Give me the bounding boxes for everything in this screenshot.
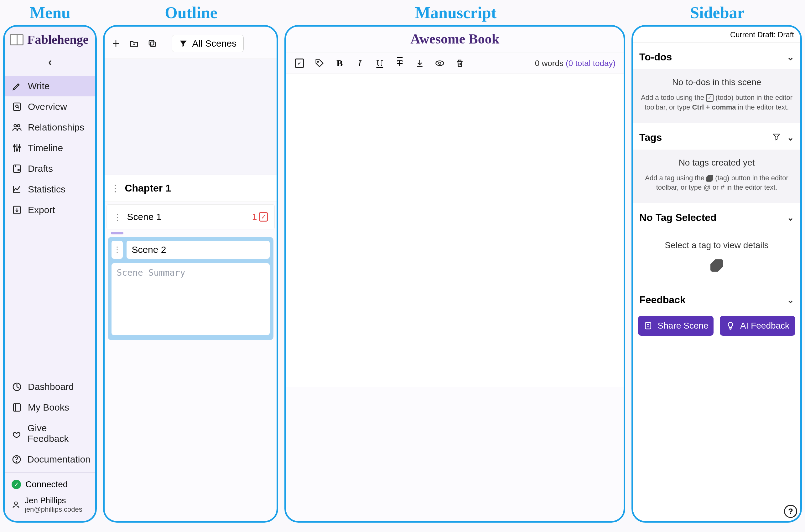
- new-folder-button[interactable]: [129, 38, 139, 49]
- nav-documentation[interactable]: Documentation: [5, 449, 95, 470]
- share-icon: [643, 321, 653, 330]
- pen-icon: [12, 81, 22, 91]
- nav-write[interactable]: Write: [5, 76, 95, 96]
- chevron-down-icon[interactable]: ⌄: [787, 132, 794, 143]
- underline-button[interactable]: U: [374, 58, 385, 69]
- chapter-row[interactable]: ⋮ Chapter 1: [105, 175, 277, 202]
- nav-label: Export: [28, 205, 55, 215]
- brand-logo-icon: [10, 34, 23, 45]
- scene-progress-bar: [111, 232, 123, 234]
- status-label: Connected: [25, 479, 68, 490]
- tags-section-header[interactable]: Tags ⌄: [633, 123, 800, 150]
- button-label: AI Feedback: [740, 321, 789, 331]
- svg-point-16: [317, 61, 318, 62]
- current-draft-label[interactable]: Current Draft: Draft: [633, 26, 800, 42]
- nav-label: Write: [28, 81, 50, 91]
- add-button[interactable]: [111, 38, 121, 49]
- dashboard-icon: [12, 381, 22, 392]
- ai-feedback-button[interactable]: AI Feedback: [720, 316, 795, 336]
- preview-button[interactable]: [435, 58, 445, 69]
- button-label: Share Scene: [658, 321, 709, 331]
- user-email: jen@phillips.codes: [25, 506, 83, 514]
- svg-point-3: [17, 125, 20, 127]
- notag-text: Select a tag to view details: [639, 240, 794, 250]
- notag-section-header[interactable]: No Tag Selected ⌄: [633, 203, 800, 230]
- section-title: No Tag Selected: [639, 212, 717, 224]
- filter-scenes-button[interactable]: All Scenes: [172, 35, 244, 52]
- connection-status: ✓ Connected: [5, 475, 95, 494]
- tags-empty: No tags created yet Add a tag using the …: [633, 150, 800, 204]
- back-button[interactable]: ‹: [48, 56, 52, 69]
- svg-rect-0: [14, 103, 20, 111]
- nav-label: Documentation: [27, 454, 91, 465]
- word-count: 0 words (0 total today): [535, 58, 616, 68]
- tags-help-text: Add a tag using the (tag) button in the …: [641, 173, 793, 193]
- bold-button[interactable]: B: [334, 58, 345, 69]
- feedback-section-header[interactable]: Feedback ⌄: [633, 285, 800, 312]
- help-button[interactable]: ?: [784, 505, 797, 518]
- outline-empty-area: [105, 59, 277, 175]
- delete-button[interactable]: [455, 58, 465, 69]
- svg-point-18: [439, 62, 441, 64]
- download-button[interactable]: [415, 58, 425, 69]
- todo-button[interactable]: ✓: [294, 58, 305, 69]
- tags-empty-title: No tags created yet: [641, 158, 793, 168]
- nav-label: My Books: [28, 402, 69, 413]
- todos-section-header[interactable]: To-dos ⌄: [633, 42, 800, 69]
- scene-title-input[interactable]: [127, 241, 270, 259]
- outline-panel: All Scenes ⋮ Chapter 1 ⋮ Scene 1 1 ✓ ⋮: [103, 25, 278, 522]
- drafts-icon: [12, 163, 22, 174]
- share-scene-button[interactable]: Share Scene: [638, 316, 714, 336]
- nav-label: Give Feedback: [28, 423, 89, 444]
- drag-handle-icon[interactable]: ⋮: [113, 212, 122, 222]
- export-icon: [12, 205, 22, 215]
- todo-icon: ✓: [706, 94, 714, 102]
- scene-summary-input[interactable]: [111, 263, 270, 335]
- overview-icon: [12, 101, 22, 112]
- todos-empty-title: No to-dos in this scene: [641, 77, 793, 87]
- nav-relationships[interactable]: Relationships: [5, 117, 95, 138]
- drag-handle-icon[interactable]: ⋮: [111, 183, 120, 193]
- notag-body: Select a tag to view details: [633, 230, 800, 285]
- brand-name: Fablehenge: [27, 32, 89, 47]
- editor-textarea[interactable]: [286, 74, 624, 387]
- copy-button[interactable]: [147, 38, 157, 49]
- nav-statistics[interactable]: Statistics: [5, 179, 95, 200]
- filter-tags-button[interactable]: [772, 132, 781, 143]
- book-title: Awesome Book: [286, 26, 624, 53]
- user-name: Jen Phillips: [25, 496, 83, 506]
- italic-button[interactable]: I: [354, 58, 365, 69]
- annotation-sidebar: Sidebar: [629, 3, 805, 22]
- scene-row[interactable]: ⋮ Scene 1 1 ✓: [107, 204, 275, 229]
- tag-button[interactable]: [314, 58, 325, 69]
- todos-help-text: Add a todo using the ✓ (todo) button in …: [641, 93, 793, 112]
- svg-point-12: [16, 461, 17, 462]
- sidebar-panel: Current Draft: Draft To-dos ⌄ No to-dos …: [632, 25, 802, 522]
- nav-timeline[interactable]: Timeline: [5, 138, 95, 158]
- nav-drafts[interactable]: Drafts: [5, 158, 95, 179]
- drag-handle-icon[interactable]: ⋮: [111, 241, 123, 259]
- chevron-down-icon[interactable]: ⌄: [787, 295, 794, 305]
- todo-count: 1: [252, 212, 257, 222]
- scene-todo-badge[interactable]: 1 ✓: [252, 212, 269, 222]
- clear-format-button[interactable]: T: [395, 58, 405, 69]
- nav-overview[interactable]: Overview: [5, 96, 95, 117]
- user-account[interactable]: Jen Phillips jen@phillips.codes: [5, 494, 95, 518]
- todo-check-icon: ✓: [259, 212, 268, 222]
- filter-label: All Scenes: [192, 38, 237, 49]
- section-title: Tags: [639, 132, 662, 143]
- nav-label: Dashboard: [28, 381, 74, 392]
- chevron-down-icon[interactable]: ⌄: [787, 52, 794, 62]
- nav-export[interactable]: Export: [5, 200, 95, 220]
- help-icon: [12, 454, 22, 465]
- nav-feedback[interactable]: Give Feedback: [5, 418, 95, 449]
- chevron-down-icon[interactable]: ⌄: [787, 212, 794, 223]
- nav-mybooks[interactable]: My Books: [5, 397, 95, 418]
- manuscript-panel: Awesome Book ✓ B I U T 0 words (0 total …: [285, 25, 625, 522]
- tag-icon: [710, 259, 723, 272]
- svg-rect-7: [14, 165, 20, 172]
- svg-rect-14: [151, 42, 155, 46]
- nav-label: Overview: [28, 101, 67, 112]
- nav-dashboard[interactable]: Dashboard: [5, 377, 95, 397]
- section-title: To-dos: [639, 51, 672, 63]
